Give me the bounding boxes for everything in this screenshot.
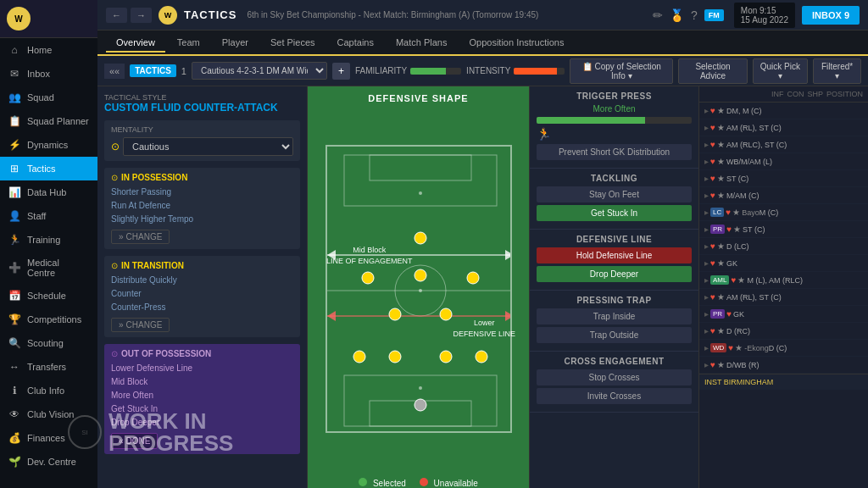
list-item[interactable]: ▸ ♥ ★ AM (RL), ST (C)	[699, 289, 868, 306]
inf-header: INF	[771, 90, 784, 98]
tab-opposition[interactable]: Opposition Instructions	[459, 34, 574, 53]
quick-pick-button[interactable]: Quick Pick ▾	[753, 58, 808, 84]
pos-header: POSITION	[826, 90, 863, 98]
in-transition-change-button[interactable]: » CHANGE	[111, 318, 170, 332]
filtered-button[interactable]: Filtered* ▾	[813, 58, 861, 84]
tab-overview[interactable]: Overview	[106, 34, 165, 53]
sidebar-item-label: Inbox	[27, 69, 50, 79]
hold-defensive-line-button[interactable]: Hold Defensive Line	[537, 247, 692, 263]
list-item[interactable]: ▸ ♥ ★ AM (RL), ST (C)	[699, 119, 868, 136]
tactical-style-value[interactable]: CUSTOM FLUID COUNTER-ATTACK	[104, 102, 300, 114]
familiarity-block: FAMILIARITY	[355, 66, 461, 75]
trap-outside-button[interactable]: Trap Outside	[537, 327, 692, 343]
selection-advice-button[interactable]: Selection Advice	[678, 58, 747, 84]
date-display: Mon 9:15 15 Aug 2022	[734, 3, 795, 28]
formation-select[interactable]: Cautious 4-2-3-1 DM AM Wide...	[192, 62, 327, 80]
collapse-button[interactable]: ««	[104, 64, 125, 79]
sidebar-item-club-info[interactable]: ℹ Club Info	[0, 379, 97, 402]
tab-set-pieces[interactable]: Set Pieces	[260, 34, 326, 53]
heart-icon: ♥	[710, 140, 715, 149]
edit-icon[interactable]: ✏	[653, 8, 663, 22]
mentality-select[interactable]: Cautious	[123, 137, 293, 156]
player-position: WB/M/AM (L)	[726, 158, 772, 166]
sidebar-item-home[interactable]: ⌂ Home	[0, 38, 97, 62]
star-icon: ★	[717, 157, 725, 166]
sidebar-item-squad-planner[interactable]: 📋 Squad Planner	[0, 109, 97, 133]
medical-icon: ➕	[8, 262, 20, 274]
sidebar-item-inbox[interactable]: ✉ Inbox	[0, 62, 97, 86]
copy-selection-button[interactable]: 📋 Copy of Selection Info ▾	[570, 58, 673, 84]
drop-deeper-button[interactable]: Drop Deeper	[537, 266, 692, 282]
tab-match-plans[interactable]: Match Plans	[386, 34, 458, 53]
sidebar-item-data-hub[interactable]: 📊 Data Hub	[0, 180, 97, 204]
star-icon: ★	[717, 106, 725, 115]
sidebar-item-label: Competitions	[27, 314, 81, 324]
prevent-gk-button[interactable]: Prevent Short GK Distribution	[537, 144, 692, 160]
sidebar-item-label: Club Vision	[27, 409, 74, 419]
tab-team[interactable]: Team	[167, 34, 210, 53]
list-item[interactable]: ▸ ♥ ★ D (LC)	[699, 238, 868, 255]
sidebar-item-tactics[interactable]: ⊞ Tactics	[0, 157, 97, 180]
tactics-main: TACTICAL STYLE CUSTOM FLUID COUNTER-ATTA…	[97, 86, 868, 488]
list-item[interactable]: ▸ PR ♥ GK	[699, 306, 868, 323]
inbox-button[interactable]: INBOX 9	[802, 6, 860, 25]
heart-icon: ♥	[710, 292, 715, 302]
player-position: ST (C)	[743, 225, 765, 234]
sidebar-item-dev-centre[interactable]: 🌱 Dev. Centre	[0, 450, 97, 474]
tab-captains[interactable]: Captains	[327, 34, 384, 53]
add-formation-button[interactable]: +	[332, 63, 350, 80]
sidebar-item-club-vision[interactable]: 👁 Club Vision	[0, 402, 97, 426]
sidebar-item-finances[interactable]: 💰 Finances	[0, 426, 97, 450]
list-item[interactable]: ▸ ♥ ★ D/WB (R)	[699, 357, 868, 374]
mid-block-label: Mid Block LINE OF ENGAGEMENT	[326, 245, 413, 266]
cross-engagement-section: CROSS ENGAGEMENT Stop Crosses Invite Cro…	[530, 352, 698, 413]
player-list: INF CON SHP POSITION ▸ ♥ ★ DM, M (C)	[698, 86, 868, 488]
get-stuck-in-button[interactable]: Get Stuck In	[537, 205, 692, 221]
star-icon: ★	[732, 208, 740, 217]
topbar-right: ✏ 🏅 ? FM Mon 9:15 15 Aug 2022 INBOX 9	[653, 3, 860, 28]
list-item[interactable]: ▸ ♥ ★ DM, M (C)	[699, 103, 868, 119]
tab-player[interactable]: Player	[212, 34, 259, 53]
svg-point-16	[353, 351, 365, 363]
forward-button[interactable]: →	[131, 8, 152, 23]
list-item[interactable]: ▸ AML ♥ ★ M (L), AM (RLC)	[699, 272, 868, 289]
list-item[interactable]: ▸ ♥ ★ D (RC)	[699, 323, 868, 340]
heart-icon: ♥	[710, 123, 715, 132]
list-item[interactable]: ▸ WD ♥ ★ -Ekong D (C)	[699, 340, 868, 357]
sidebar-item-dynamics[interactable]: ⚡ Dynamics	[0, 133, 97, 157]
list-item[interactable]: ▸ ♥ ★ WB/M/AM (L)	[699, 153, 868, 170]
list-item[interactable]: ▸ ♥ ★ AM (RLC), ST (C)	[699, 136, 868, 153]
list-item[interactable]: ▸ ♥ ★ GK	[699, 255, 868, 272]
sidebar-item-squad[interactable]: 👥 Squad	[0, 86, 97, 109]
list-item[interactable]: ▸ LC ♥ ★ Bayo M (C)	[699, 204, 868, 221]
sidebar-item-training[interactable]: 🏃 Training	[0, 228, 97, 252]
sidebar-item-competitions[interactable]: 🏆 Competitions	[0, 308, 97, 331]
trophy-icon[interactable]: 🏅	[670, 8, 684, 22]
transition-icon: ⊙	[111, 261, 118, 270]
sidebar-item-transfers[interactable]: ↔ Transfers	[0, 355, 97, 379]
sidebar-item-schedule[interactable]: 📅 Schedule	[0, 284, 97, 308]
list-item[interactable]: ▸ PR ♥ ★ ST (C)	[699, 221, 868, 238]
player-badge: WD	[710, 343, 726, 352]
sidebar-item-scouting[interactable]: 🔍 Scouting	[0, 331, 97, 355]
in-possession-change-button[interactable]: » CHANGE	[111, 230, 170, 244]
back-button[interactable]: ←	[106, 8, 127, 23]
sidebar-item-medical[interactable]: ➕ Medical Centre	[0, 252, 97, 284]
list-item[interactable]: ▸ ♥ ★ ST (C)	[699, 170, 868, 187]
list-item[interactable]: ▸ ♥ ★ M/AM (C)	[699, 187, 868, 204]
stop-crosses-button[interactable]: Stop Crosses	[537, 369, 692, 385]
player-position: D/WB (R)	[726, 361, 760, 369]
invite-crosses-button[interactable]: Invite Crosses	[537, 388, 692, 404]
sidebar-item-staff[interactable]: 👤 Staff	[0, 204, 97, 228]
player-position: GK	[733, 310, 744, 319]
fm-badge: FM	[704, 9, 724, 21]
help-icon[interactable]: ?	[691, 8, 698, 22]
out-possession-done-button[interactable]: « DONE	[111, 433, 158, 449]
heart-icon: ♥	[710, 258, 715, 268]
competitions-icon: 🏆	[8, 313, 20, 325]
trap-inside-button[interactable]: Trap Inside	[537, 308, 692, 324]
in-transition-header: ⊙ IN TRANSITION	[111, 261, 293, 270]
svg-marker-11	[505, 250, 512, 260]
club-crest: W	[7, 7, 31, 30]
stay-on-feet-button[interactable]: Stay On Feet	[537, 186, 692, 202]
